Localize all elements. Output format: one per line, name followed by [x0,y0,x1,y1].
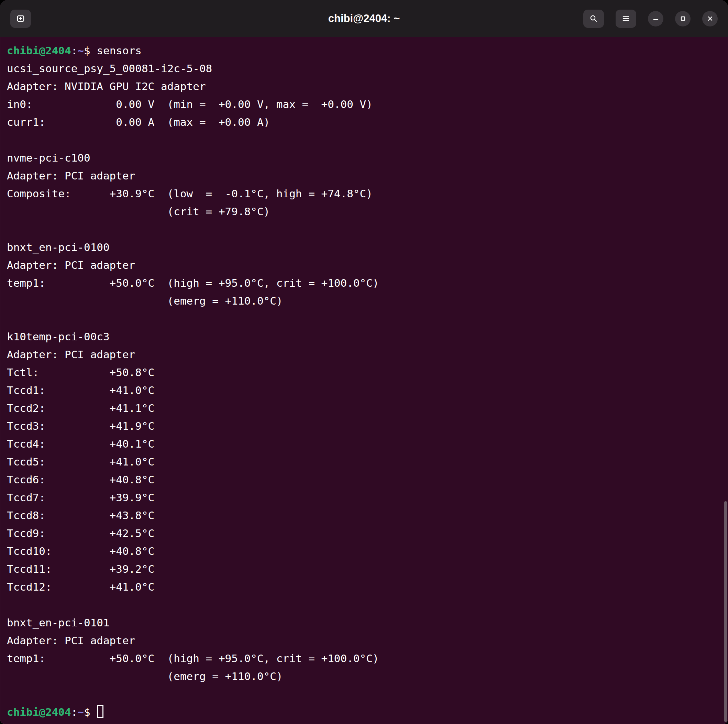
terminal-line: Tccd11: +39.2°C [7,560,728,578]
terminal-text-segment: curr1: 0.00 A (max = +0.00 A) [7,116,270,128]
terminal-line: Tccd6: +40.8°C [7,471,728,488]
terminal-line: bnxt_en-pci-0101 [7,614,728,632]
terminal-line: Tccd12: +41.0°C [7,578,728,596]
terminal-text-segment: Tccd8: +43.8°C [7,509,154,522]
terminal-text-segment: Adapter: PCI adapter [7,634,135,647]
terminal-text-segment: temp1: +50.0°C (high = +95.0°C, crit = +… [7,277,379,289]
minimize-icon [653,15,659,21]
terminal-text-segment: in0: 0.00 V (min = +0.00 V, max = +0.00 … [7,98,373,110]
terminal-text-segment: ucsi_source_psy_5_00081-i2c-5-08 [7,62,212,75]
terminal-line: Tccd5: +41.0°C [7,453,728,471]
terminal-line: Adapter: PCI adapter [7,167,728,185]
terminal-line: k10temp-pci-00c3 [7,328,728,346]
terminal-text-segment: Adapter: NVIDIA GPU I2C adapter [7,80,206,92]
header-left-controls [10,10,31,28]
terminal-text-segment: Tccd11: +39.2°C [7,563,154,575]
terminal-line: (emerg = +110.0°C) [7,292,728,310]
terminal-line [7,310,728,328]
terminal-cursor [97,705,104,718]
prompt-user-host: chibi@2404 [7,706,71,718]
terminal-line [7,220,728,238]
prompt-path: ~ [77,706,84,718]
terminal-line [7,685,728,703]
terminal-line: chibi@2404:~$ sensors [7,41,728,60]
terminal-line: Tccd9: +42.5°C [7,524,728,542]
terminal-text-segment: Tccd5: +41.0°C [7,456,154,468]
terminal-text-segment: (crit = +79.8°C) [7,205,270,217]
terminal-line: Tccd7: +39.9°C [7,488,728,507]
terminal-text-segment: Tctl: +50.8°C [7,366,154,378]
tab-new-icon [16,14,25,23]
prompt-separator: : [71,44,78,57]
header-bar: chibi@2404: ~ [0,0,728,37]
maximize-button[interactable] [675,11,691,26]
new-tab-button[interactable] [10,10,31,28]
terminal-text-segment: Adapter: PCI adapter [7,170,135,182]
terminal-line: in0: 0.00 V (min = +0.00 V, max = +0.00 … [7,95,728,113]
prompt-separator: : [71,706,78,718]
prompt-path: ~ [77,44,84,57]
header-right-controls [583,10,718,28]
terminal-line: Tccd2: +41.1°C [7,399,728,417]
terminal-line: temp1: +50.0°C (high = +95.0°C, crit = +… [7,649,728,667]
terminal-line: Adapter: PCI adapter [7,632,728,649]
terminal-text-segment: Tccd2: +41.1°C [7,402,154,414]
prompt-symbol: $ [84,44,96,57]
scrollbar-thumb[interactable] [724,501,727,722]
terminal-text-segment: Tccd3: +41.9°C [7,420,154,432]
terminal-line: Tctl: +50.8°C [7,363,728,381]
terminal-text-segment: k10temp-pci-00c3 [7,331,110,343]
terminal-line: (emerg = +110.0°C) [7,667,728,685]
terminal-text-segment: Adapter: PCI adapter [7,348,135,361]
magnifier-icon [589,14,598,23]
terminal-text-segment: Tccd4: +40.1°C [7,438,154,450]
terminal-text-segment: Tccd10: +40.8°C [7,545,154,557]
terminal-text-segment: Tccd12: +41.0°C [7,581,154,593]
terminal-text-segment: Composite: +30.9°C (low = -0.1°C, high =… [7,187,373,200]
terminal-line [7,596,728,614]
command-text: sensors [96,44,142,57]
terminal-line: Tccd3: +41.9°C [7,417,728,435]
terminal-text-segment: nvme-pci-c100 [7,152,90,164]
terminal-window: chibi@2404: ~ [0,0,728,724]
terminal-text-segment: Tccd9: +42.5°C [7,527,154,539]
terminal-line: Adapter: NVIDIA GPU I2C adapter [7,77,728,95]
terminal-line: ucsi_source_psy_5_00081-i2c-5-08 [7,60,728,77]
close-button[interactable] [702,11,718,26]
terminal-line: Adapter: PCI adapter [7,346,728,363]
terminal-line: bnxt_en-pci-0100 [7,238,728,256]
terminal-text-segment: Tccd6: +40.8°C [7,473,154,486]
prompt-user-host: chibi@2404 [7,44,71,57]
scrollbar[interactable] [723,37,728,724]
terminal-output-area[interactable]: chibi@2404:~$ sensorsucsi_source_psy_5_0… [0,37,728,724]
search-button[interactable] [583,10,604,28]
terminal-text-segment: temp1: +50.0°C (high = +95.0°C, crit = +… [7,652,379,664]
terminal-line: (crit = +79.8°C) [7,202,728,220]
terminal-text-segment: Adapter: PCI adapter [7,259,135,271]
terminal-line: Tccd10: +40.8°C [7,542,728,560]
prompt-symbol: $ [84,706,96,718]
hamburger-menu-icon [621,14,630,23]
terminal-line: Tccd1: +41.0°C [7,381,728,399]
terminal-line: curr1: 0.00 A (max = +0.00 A) [7,113,728,131]
menu-button[interactable] [616,10,636,28]
terminal-line: chibi@2404:~$ [7,703,728,721]
terminal-text-segment: Tccd7: +39.9°C [7,491,154,504]
minimize-button[interactable] [648,11,664,26]
terminal-text-segment: (emerg = +110.0°C) [7,670,283,683]
maximize-icon [680,15,686,21]
terminal-line: temp1: +50.0°C (high = +95.0°C, crit = +… [7,274,728,292]
terminal-line [7,131,728,149]
terminal-text-segment: bnxt_en-pci-0100 [7,241,110,253]
terminal-line: Tccd4: +40.1°C [7,435,728,453]
terminal-line: nvme-pci-c100 [7,149,728,167]
close-icon [707,15,713,21]
terminal-text-segment: Tccd1: +41.0°C [7,384,154,396]
terminal-text-segment: bnxt_en-pci-0101 [7,616,110,629]
terminal-line: Adapter: PCI adapter [7,256,728,274]
terminal-line: Composite: +30.9°C (low = -0.1°C, high =… [7,185,728,202]
terminal-text-segment: (emerg = +110.0°C) [7,295,283,307]
terminal-line: Tccd8: +43.8°C [7,507,728,524]
